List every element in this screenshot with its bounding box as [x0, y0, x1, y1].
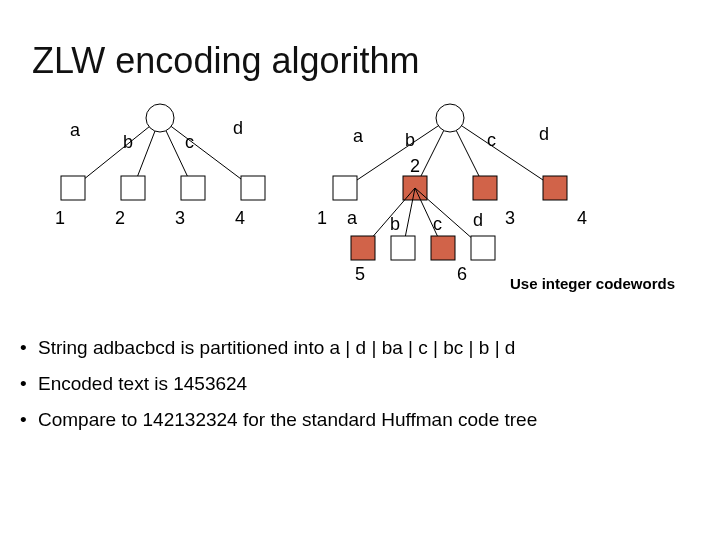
bullet-dot-icon: •: [20, 330, 38, 366]
bullet-text: Compare to 142132324 for the standard Hu…: [38, 402, 537, 438]
t2-leaf-1: 1: [317, 208, 327, 229]
svg-rect-23: [391, 236, 415, 260]
svg-rect-6: [121, 176, 145, 200]
t2-edge-b: b: [405, 130, 415, 151]
svg-rect-7: [181, 176, 205, 200]
t1-edge-a: a: [70, 120, 80, 141]
bullet-item: • Compare to 142132324 for the standard …: [20, 402, 700, 438]
t2-edge-c: c: [487, 130, 496, 151]
svg-rect-8: [241, 176, 265, 200]
bullet-dot-icon: •: [20, 402, 38, 438]
svg-rect-25: [471, 236, 495, 260]
bullet-text: Encoded text is 1453624: [38, 366, 247, 402]
t2-leaf-4: 4: [577, 208, 587, 229]
t1-leaf-4: 4: [235, 208, 245, 229]
t1-edge-c: c: [185, 132, 194, 153]
t2-bedge-d: d: [473, 210, 483, 231]
bullet-item: • String adbacbcd is partitioned into a …: [20, 330, 700, 366]
t2-leaf-6: 6: [457, 264, 467, 285]
svg-rect-14: [333, 176, 357, 200]
bullet-item: • Encoded text is 1453624: [20, 366, 700, 402]
svg-rect-24: [431, 236, 455, 260]
diagram-area: a b c d 1 2 3 4 a b c d 2 1 3 4 a: [55, 100, 685, 300]
page-title: ZLW encoding algorithm: [32, 40, 420, 82]
t2-bedge-a: a: [347, 208, 357, 229]
annotation-text: Use integer codewords: [510, 275, 675, 292]
svg-rect-5: [61, 176, 85, 200]
svg-rect-22: [351, 236, 375, 260]
t2-node-2-label: 2: [410, 156, 420, 177]
bullet-text: String adbacbcd is partitioned into a | …: [38, 330, 515, 366]
t1-leaf-1: 1: [55, 208, 65, 229]
svg-rect-17: [543, 176, 567, 200]
svg-point-4: [146, 104, 174, 132]
t1-edge-d: d: [233, 118, 243, 139]
t2-bedge-c: c: [433, 214, 442, 235]
t2-leaf-5: 5: [355, 264, 365, 285]
t2-edge-a: a: [353, 126, 363, 147]
bullet-list: • String adbacbcd is partitioned into a …: [20, 330, 700, 438]
t1-edge-b: b: [123, 132, 133, 153]
t2-leaf-3: 3: [505, 208, 515, 229]
t1-leaf-3: 3: [175, 208, 185, 229]
t2-edge-d: d: [539, 124, 549, 145]
t1-leaf-2: 2: [115, 208, 125, 229]
svg-point-13: [436, 104, 464, 132]
svg-rect-16: [473, 176, 497, 200]
t2-bedge-b: b: [390, 214, 400, 235]
bullet-dot-icon: •: [20, 366, 38, 402]
